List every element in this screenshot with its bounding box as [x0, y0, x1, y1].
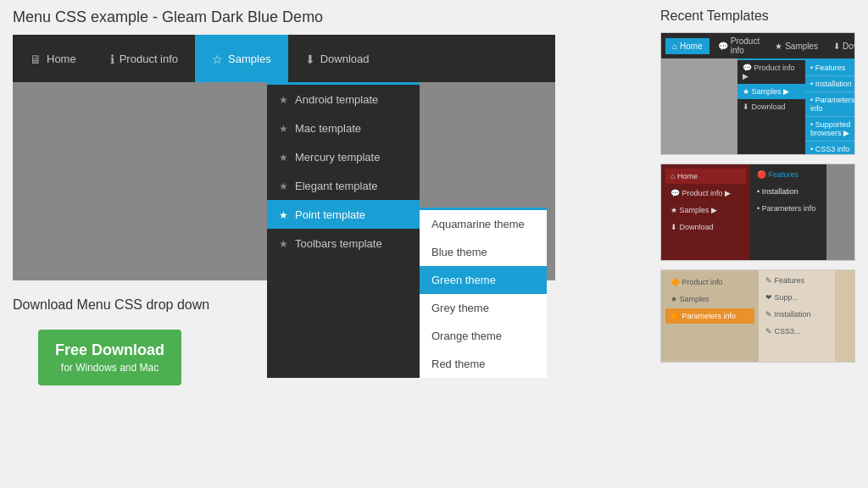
t3-css3: ✎ CSS3...	[761, 324, 832, 339]
dropdown-mac[interactable]: Mac template	[267, 114, 420, 142]
t3-samples: ★ Samples	[665, 291, 754, 307]
t1-css3: • CSS3 info	[805, 141, 855, 155]
t1-installation: • Installation	[805, 76, 855, 92]
monitor-icon	[30, 50, 42, 68]
thumb1-primary-dropdown: 💬 Product info ▶ ★ Samples ▶ ⬇ Download	[737, 58, 805, 155]
dropdown-android-label: Android template	[295, 93, 378, 106]
thumb2-nav: ⌂ Home 💬 Product info ▶ ★ Samples ▶ ⬇ Do…	[661, 164, 750, 260]
thumb1-secondary-dropdown: • Features • Installation • Parameters i…	[805, 58, 855, 155]
thumb2-layout: ⌂ Home 💬 Product info ▶ ★ Samples ▶ ⬇ Do…	[661, 164, 854, 260]
t3-install: ✎ Installation	[761, 307, 832, 322]
recent-templates-title: Recent Templates	[660, 8, 855, 24]
star-icon-active	[279, 208, 288, 221]
nav-item-product[interactable]: Product info	[93, 35, 195, 82]
left-column: Menu CSS example - Gleam Dark Blue Demo …	[0, 0, 648, 488]
t1-samples: ★ Samples	[768, 38, 825, 54]
theme-grey[interactable]: Grey theme	[420, 294, 547, 322]
t2-download: ⬇ Download	[665, 219, 746, 235]
t2-home: ⌂ Home	[665, 169, 746, 184]
t1-features: • Features	[805, 60, 855, 76]
t3-supp: ❤ Supp...	[761, 290, 832, 305]
star-icon	[279, 121, 288, 135]
theme-blue-label: Blue theme	[431, 246, 487, 258]
dropdown-point-label: Point template	[295, 208, 365, 221]
theme-green[interactable]: Green theme	[420, 266, 547, 294]
theme-blue[interactable]: Blue theme	[420, 238, 547, 266]
home-icon: ⌂	[672, 42, 677, 51]
theme-green-label: Green theme	[431, 274, 496, 286]
nav-item-home[interactable]: Home	[13, 35, 93, 82]
thumb3-layout: 🔶 Product info ★ Samples 🔶 Parameters in…	[661, 270, 854, 362]
thumb3-secondary: ✎ Features ❤ Supp... ✎ Installation ✎ CS…	[759, 270, 835, 362]
t1-dd-samples: ★ Samples ▶	[737, 84, 805, 99]
template-thumb-2[interactable]: ⌂ Home 💬 Product info ▶ ★ Samples ▶ ⬇ Do…	[660, 164, 855, 261]
right-column: Recent Templates ⌂ Home 💬 Product info ★…	[648, 0, 868, 488]
t1-params: • Parameters info	[805, 92, 855, 117]
dropdown-mercury[interactable]: Mercury template	[267, 142, 420, 171]
secondary-dropdown: Aquamarine theme Blue theme Green theme …	[420, 208, 547, 378]
t2-installation: • Installation	[753, 184, 824, 199]
star-icon	[279, 150, 288, 164]
demo-area: Home Product info Samples Download Andro…	[13, 35, 555, 280]
dropdown-toolbars-label: Toolbars template	[295, 237, 382, 250]
theme-grey-label: Grey theme	[431, 302, 489, 314]
star-icon	[279, 179, 288, 192]
t1-dd-download: ⬇ Download	[737, 99, 805, 114]
t2-features: 🔴 Features	[753, 167, 824, 182]
t2-params: • Parameters info	[753, 201, 824, 216]
thumb1-nav: ⌂ Home 💬 Product info ★ Samples ⬇ Downlo…	[661, 33, 854, 58]
theme-red[interactable]: Red theme	[420, 350, 547, 378]
t3-params: 🔶 Parameters info	[665, 308, 754, 324]
t2-samples: ★ Samples ▶	[665, 202, 746, 218]
theme-red-label: Red theme	[431, 358, 486, 370]
download-btn-main: Free Download	[55, 340, 164, 361]
thumb2-secondary: 🔴 Features • Installation • Parameters i…	[750, 164, 826, 260]
dropdown-toolbars[interactable]: Toolbars template	[267, 229, 420, 258]
dropdown-elegant-label: Elegant template	[295, 180, 378, 192]
info-icon	[110, 50, 114, 68]
download-btn-sub: for Windows and Mac	[55, 361, 164, 375]
theme-orange-label: Orange theme	[431, 330, 502, 342]
dropdown-wrapper: Android template Mac template Mercury te…	[267, 82, 547, 378]
dropdown-mac-label: Mac template	[295, 122, 361, 135]
dropdown-point[interactable]: Point template	[267, 200, 420, 229]
template-thumb-3[interactable]: 🔶 Product info ★ Samples 🔶 Parameters in…	[660, 269, 855, 363]
t1-product: 💬 Product info	[711, 33, 766, 58]
nav-item-download[interactable]: Download	[288, 35, 387, 82]
theme-orange[interactable]: Orange theme	[420, 322, 547, 350]
thumb3-nav: 🔶 Product info ★ Samples 🔶 Parameters in…	[661, 270, 759, 362]
t1-home: ⌂ Home	[665, 38, 709, 54]
download-icon	[305, 50, 315, 68]
thumb1-dropdown: 💬 Product info ▶ ★ Samples ▶ ⬇ Download …	[737, 58, 855, 155]
primary-dropdown: Android template Mac template Mercury te…	[267, 82, 420, 378]
dropdown-mercury-label: Mercury template	[295, 151, 380, 164]
t2-product: 💬 Product info ▶	[665, 186, 746, 201]
star-icon	[212, 50, 223, 68]
page-title: Menu CSS example - Gleam Dark Blue Demo	[13, 8, 635, 26]
theme-aquamarine-label: Aquamarine theme	[431, 218, 525, 230]
nav-item-samples[interactable]: Samples	[195, 35, 288, 82]
download-button[interactable]: Free Download for Windows and Mac	[38, 330, 181, 385]
t1-browsers: • Supported browsers ▶	[805, 117, 855, 141]
t3-features: ✎ Features	[761, 273, 832, 288]
dropdown-elegant[interactable]: Elegant template	[267, 171, 420, 200]
nav-samples-label: Samples	[228, 53, 271, 65]
nav-home-label: Home	[47, 53, 76, 65]
nav-download-label: Download	[320, 53, 370, 65]
dropdown-android[interactable]: Android template	[267, 85, 420, 114]
t3-product: 🔶 Product info	[665, 274, 754, 290]
t1-dd-product: 💬 Product info ▶	[737, 60, 805, 84]
theme-aquamarine[interactable]: Aquamarine theme	[420, 210, 547, 238]
nav-product-label: Product info	[120, 53, 178, 65]
star-icon	[279, 236, 288, 250]
star-icon	[279, 92, 288, 106]
nav-bar: Home Product info Samples Download	[13, 35, 555, 82]
template-thumb-1[interactable]: ⌂ Home 💬 Product info ★ Samples ⬇ Downlo…	[660, 32, 855, 155]
t1-download: ⬇ Download	[826, 38, 855, 54]
